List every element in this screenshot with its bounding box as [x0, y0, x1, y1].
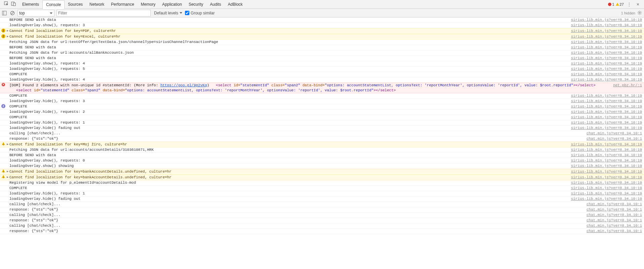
- error-icon: [608, 3, 611, 6]
- toggle-sidebar-icon[interactable]: [1, 10, 7, 16]
- kebab-menu-icon[interactable]: ⋮: [625, 2, 633, 7]
- expand-arrow-icon[interactable]: ▶: [7, 29, 9, 34]
- log-message: loadingOverlay.show(), requests: 3: [9, 23, 571, 28]
- log-level-select[interactable]: Default levels: [153, 10, 183, 16]
- hidden-count[interactable]: 1 hidden: [621, 11, 635, 15]
- log-row: ▶Cannot find localization for key=bankAc…: [0, 169, 644, 175]
- warning-icon: [2, 142, 5, 145]
- tab-sources[interactable]: Sources: [65, 0, 86, 8]
- expand-arrow-icon[interactable]: ▶: [7, 142, 9, 147]
- source-link[interactable]: sirius-lib.min.js?ver=8.34.10:19: [571, 196, 644, 201]
- source-link[interactable]: sirius-lib.min.js?ver=8.34.10:19: [571, 180, 644, 185]
- log-message: loadingOverlay.hide() fading out: [9, 196, 571, 201]
- source-link[interactable]: sirius-lib.min.js?ver=8.34.10:19: [571, 158, 644, 163]
- svg-line-13: [641, 13, 641, 14]
- log-row: COMPLETEsirius-lib.min.js?ver=8.34.10:19: [0, 72, 644, 77]
- source-link[interactable]: net.pbz.hr/:1: [613, 83, 644, 88]
- clear-console-icon[interactable]: [9, 10, 15, 16]
- log-message: response: {"sts":"ok"}: [9, 136, 586, 141]
- log-row: loadingOverlay.show(), requests: 4sirius…: [0, 61, 644, 66]
- error-count[interactable]: 1: [608, 2, 614, 6]
- source-link[interactable]: chat.min.js?ver=8.34.10:1: [586, 213, 644, 218]
- source-link[interactable]: sirius-lib.min.js?ver=8.34.10:19: [571, 40, 644, 45]
- source-link[interactable]: chat.min.js?ver=8.34.10:1: [586, 207, 644, 212]
- log-message: BEFORE SEND with data: [9, 17, 571, 23]
- group-similar-checkbox[interactable]: Group similar: [185, 11, 215, 15]
- source-link[interactable]: sirius-lib.min.js?ver=8.34.10:19: [571, 23, 644, 28]
- log-message: calling [chat/check]...: [9, 223, 586, 228]
- log-message: Registering view model for p_elementId=a…: [9, 180, 571, 185]
- log-row: loadingOverlay.hide() fading outsirius-l…: [0, 126, 644, 131]
- context-select[interactable]: top: [17, 10, 54, 16]
- source-link[interactable]: sirius-lib.min.js?ver=8.34.10:19: [571, 115, 644, 120]
- tab-audits[interactable]: Audits: [206, 0, 224, 8]
- tab-security[interactable]: Security: [185, 0, 206, 8]
- source-link[interactable]: sirius-lib.min.js?ver=8.34.10:19: [571, 164, 644, 169]
- source-link[interactable]: sirius-lib.min.js?ver=8.34.10:19: [571, 50, 644, 55]
- source-link[interactable]: sirius-lib.min.js?ver=8.34.10:19: [571, 191, 644, 196]
- log-row: loadingOverlay.hide(), requests: 1sirius…: [0, 191, 644, 196]
- log-row: loadingOverlay.hide(), requests: 1sirius…: [0, 120, 644, 126]
- source-link[interactable]: sirius-lib.min.js?ver=8.34.10:19: [571, 29, 644, 34]
- settings-icon[interactable]: [637, 10, 642, 16]
- tab-console[interactable]: Console: [42, 0, 65, 9]
- log-row: response: {"sts":"ok"}chat.min.js?ver=8.…: [0, 218, 644, 223]
- source-link[interactable]: chat.min.js?ver=8.34.10:1: [586, 223, 644, 228]
- source-link[interactable]: sirius-lib.min.js?ver=8.34.10:19: [571, 34, 644, 39]
- log-message: COMPLETE: [9, 93, 571, 98]
- source-link[interactable]: sirius-lib.min.js?ver=8.34.10:19: [571, 153, 644, 158]
- log-row: loadingOverlay.show(), requests: 0sirius…: [0, 158, 644, 164]
- log-message: COMPLETE: [9, 186, 571, 191]
- more-info-link[interactable]: https://goo.gl/9p2vKq: [160, 83, 207, 87]
- source-link[interactable]: sirius-lib.min.js?ver=8.34.10:19: [571, 169, 644, 174]
- source-link[interactable]: sirius-lib.min.js?ver=8.34.10:19: [571, 77, 644, 82]
- log-row: loadingOverlay.hide(), requests: 3sirius…: [0, 99, 644, 104]
- source-link[interactable]: sirius-lib.min.js?ver=8.34.10:19: [571, 72, 644, 77]
- tab-adblock[interactable]: AdBlock: [225, 0, 246, 8]
- warning-count[interactable]: 27: [616, 2, 624, 6]
- source-link[interactable]: sirius-lib.min.js?ver=8.34.10:19: [571, 147, 644, 152]
- device-toggle-icon[interactable]: [11, 1, 16, 7]
- source-link[interactable]: sirius-lib.min.js?ver=8.34.10:19: [571, 109, 644, 115]
- log-row: Fetching JSON data for url:accounts/allB…: [0, 50, 644, 56]
- log-message: loadingOverlay.hide(), requests: 1: [9, 191, 571, 196]
- close-icon[interactable]: ×: [635, 2, 641, 7]
- source-link[interactable]: sirius-lib.min.js?ver=8.34.10:19: [571, 126, 644, 131]
- source-link[interactable]: sirius-lib.min.js?ver=8.34.10:19: [571, 104, 644, 109]
- tab-network[interactable]: Network: [86, 0, 108, 8]
- log-message: Fetching JSON data for url:accounts/allB…: [9, 50, 571, 55]
- source-link[interactable]: sirius-lib.min.js?ver=8.34.10:19: [571, 93, 644, 98]
- source-link[interactable]: sirius-lib.min.js?ver=8.34.10:19: [571, 186, 644, 191]
- source-link[interactable]: sirius-lib.min.js?ver=8.34.10:19: [571, 61, 644, 66]
- expand-arrow-icon[interactable]: ▶: [7, 175, 9, 180]
- log-message: loadingOverlay.hide(), requests: 4: [9, 77, 571, 82]
- source-link[interactable]: chat.min.js?ver=8.34.10:1: [586, 229, 644, 234]
- source-link[interactable]: sirius-lib.min.js?ver=8.34.10:19: [571, 56, 644, 61]
- filter-input[interactable]: [56, 10, 151, 16]
- inspect-icon[interactable]: [4, 1, 9, 7]
- source-link[interactable]: chat.min.js?ver=8.34.10:1: [586, 136, 644, 141]
- tab-elements[interactable]: Elements: [19, 0, 42, 8]
- source-link[interactable]: chat.min.js?ver=8.34.10:1: [586, 218, 644, 223]
- svg-line-15: [641, 11, 641, 12]
- source-link[interactable]: sirius-lib.min.js?ver=8.34.10:19: [571, 120, 644, 125]
- source-link[interactable]: chat.min.js?ver=8.34.10:1: [586, 131, 644, 136]
- source-link[interactable]: chat.min.js?ver=8.34.10:1: [586, 202, 644, 207]
- source-link[interactable]: sirius-lib.min.js?ver=8.34.10:19: [571, 66, 644, 72]
- svg-point-7: [639, 12, 640, 13]
- tab-memory[interactable]: Memory: [138, 0, 159, 8]
- source-link[interactable]: sirius-lib.min.js?ver=8.34.10:19: [571, 45, 644, 50]
- log-message: BEFORE SEND with data: [9, 45, 571, 50]
- log-row: calling [chat/check]...chat.min.js?ver=8…: [0, 202, 644, 207]
- log-message: loadingOverlay.hide() fading out: [9, 126, 571, 131]
- tab-application[interactable]: Application: [159, 0, 185, 8]
- source-link[interactable]: sirius-lib.min.js?ver=8.34.10:19: [571, 17, 644, 23]
- source-link[interactable]: sirius-lib.min.js?ver=8.34.10:19: [571, 99, 644, 104]
- expand-arrow-icon[interactable]: ▶: [7, 169, 9, 174]
- source-link[interactable]: sirius-lib.min.js?ver=8.34.10:19: [571, 142, 644, 147]
- log-row: ▶Cannot find localization for key=bankAc…: [0, 175, 644, 180]
- source-link[interactable]: sirius-lib.min.js?ver=8.34.10:19: [571, 175, 644, 180]
- log-row: ▶Cannot find localization for key=Moj ži…: [0, 142, 644, 147]
- tab-performance[interactable]: Performance: [108, 0, 138, 8]
- expand-arrow-icon[interactable]: ▶: [7, 34, 9, 39]
